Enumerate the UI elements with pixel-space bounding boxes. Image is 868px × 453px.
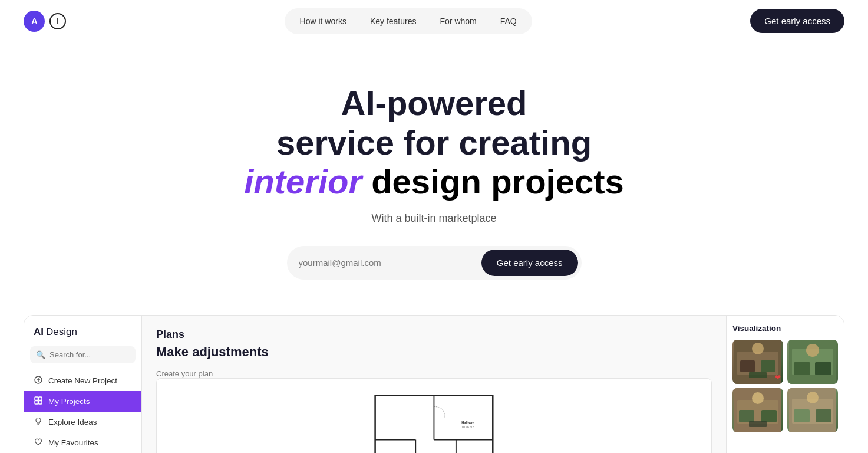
svg-rect-5 — [35, 401, 38, 405]
sidebar-logo-design: Design — [46, 326, 77, 338]
main-content-title: Make adjustments — [156, 344, 269, 360]
nav-logo: A i — [24, 11, 66, 32]
sidebar-item-label: My Projects — [48, 397, 90, 406]
viz-thumb-2[interactable] — [787, 340, 838, 384]
sidebar-search-box: 🔍 — [30, 346, 136, 363]
sidebar-item-my-projects[interactable]: My Projects — [24, 391, 141, 412]
svg-rect-44 — [749, 421, 767, 427]
svg-rect-4 — [39, 397, 42, 401]
floorplan-svg: Hallway 10.46 m2 Children's room 19.12 m… — [184, 385, 684, 453]
nav-links: How it works Key features For whom FAQ — [285, 8, 532, 34]
hero-section: AI-powered service for creating interior… — [0, 42, 868, 315]
heart-icon — [34, 438, 43, 448]
nav-link-key-features[interactable]: Key features — [359, 12, 427, 31]
svg-rect-6 — [39, 401, 42, 405]
svg-rect-42 — [739, 410, 754, 422]
sidebar-item-label: Explore Ideas — [48, 418, 97, 426]
svg-rect-3 — [35, 397, 38, 401]
plus-circle-icon — [34, 376, 43, 386]
main-content: Plans Make adjustments Create your plan … — [142, 316, 726, 453]
viz-thumb-1[interactable]: ❤ — [732, 340, 783, 384]
svg-rect-31 — [740, 360, 755, 372]
hero-cta-button[interactable]: Get early access — [481, 250, 578, 276]
hero-title-line2: service for creating — [24, 123, 844, 163]
svg-text:Hallway: Hallway — [461, 421, 474, 424]
heart-badge-1: ❤ — [775, 373, 781, 382]
floorplan-area: Hallway 10.46 m2 Children's room 19.12 m… — [156, 378, 712, 453]
sidebar-logo-ai: AI — [34, 326, 44, 338]
visualization-panel: Visualization ❤ — [726, 316, 844, 453]
svg-rect-48 — [794, 409, 810, 422]
svg-point-41 — [752, 392, 764, 404]
sidebar-item-my-favourites[interactable]: My Favourites — [24, 432, 141, 453]
search-icon: 🔍 — [36, 350, 45, 359]
sidebar-item-create-new-project[interactable]: Create New Project — [24, 370, 141, 391]
svg-rect-37 — [794, 362, 810, 375]
search-input[interactable] — [49, 350, 130, 359]
svg-rect-32 — [761, 360, 775, 372]
main-section-title: Plans — [156, 329, 712, 341]
svg-point-47 — [807, 392, 819, 403]
nav-link-for-whom[interactable]: For whom — [430, 12, 487, 31]
hero-title-line3: interior design projects — [24, 162, 844, 202]
sidebar-item-label: My Favourites — [48, 438, 98, 447]
hero-subtitle: With a built-in marketplace — [24, 212, 844, 225]
lightbulb-icon — [34, 417, 43, 427]
hero-title-design: design projects — [362, 162, 624, 201]
svg-point-30 — [752, 343, 764, 354]
hero-title-interior: interior — [244, 162, 362, 201]
viz-grid: ❤ — [732, 340, 838, 432]
nav-link-how-it-works[interactable]: How it works — [289, 12, 357, 31]
email-input[interactable] — [299, 253, 481, 273]
hero-title-line1: AI-powered — [24, 84, 844, 123]
svg-rect-43 — [761, 410, 777, 422]
navbar: A i How it works Key features For whom F… — [0, 0, 868, 42]
svg-text:10.46 m2: 10.46 m2 — [461, 425, 474, 429]
svg-point-36 — [806, 344, 819, 357]
main-content-desc: Create your plan — [156, 369, 712, 378]
projects-icon — [34, 396, 43, 406]
main-subtitle-row: Make adjustments — [156, 344, 712, 360]
app-section: AI Design 🔍 Create New Project — [24, 315, 844, 453]
sidebar-logo: AI Design — [24, 326, 141, 346]
sidebar-item-label: Create New Project — [48, 376, 117, 385]
viz-thumb-3[interactable] — [732, 388, 783, 432]
viz-title: Visualization — [732, 324, 838, 333]
svg-rect-49 — [816, 409, 831, 422]
logo-circle: A — [24, 11, 45, 32]
hero-form: Get early access — [287, 246, 582, 280]
sidebar-item-explore-ideas[interactable]: Explore Ideas — [24, 412, 141, 432]
sidebar: AI Design 🔍 Create New Project — [24, 316, 142, 453]
svg-rect-38 — [815, 362, 831, 375]
nav-link-faq[interactable]: FAQ — [490, 12, 527, 31]
nav-cta-button[interactable]: Get early access — [750, 9, 844, 33]
svg-rect-33 — [749, 372, 767, 378]
hero-title: AI-powered service for creating interior… — [24, 84, 844, 202]
logo-info-icon: i — [49, 13, 66, 29]
viz-thumb-4[interactable] — [787, 388, 838, 432]
